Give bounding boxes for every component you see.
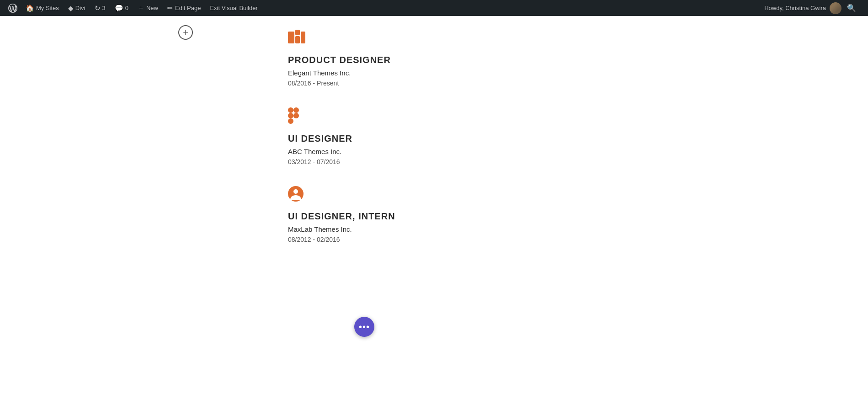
new-menu[interactable]: ＋ New <box>133 0 163 16</box>
comments-count: 0 <box>125 5 128 11</box>
job-title: UI DESIGNER <box>288 133 395 144</box>
comments-menu[interactable]: 💬 0 <box>110 0 133 16</box>
new-icon: ＋ <box>138 4 144 12</box>
experience-item: PRODUCT DESIGNER Elegant Themes Inc. 08/… <box>288 30 395 87</box>
my-sites-label: My Sites <box>36 5 59 11</box>
exit-visual-builder-label: Exit Visual Builder <box>210 5 258 11</box>
admin-bar: 🏠 My Sites ◆ Divi ↻ 3 💬 0 ＋ New ✏ Edit P… <box>0 0 868 16</box>
my-sites-menu[interactable]: 🏠 My Sites <box>21 0 64 16</box>
svg-rect-8 <box>288 118 293 124</box>
divi-menu[interactable]: ◆ Divi <box>64 0 90 16</box>
edit-page-menu[interactable]: ✏ Edit Page <box>163 0 205 16</box>
svg-rect-7 <box>293 113 299 118</box>
svg-rect-1 <box>295 30 300 35</box>
divi-label: Divi <box>75 5 85 11</box>
edit-page-label: Edit Page <box>175 5 201 11</box>
divi-icon: ◆ <box>68 4 74 12</box>
experience-item: UI DESIGNER ABC Themes Inc. 03/2012 - 07… <box>288 107 395 165</box>
svg-rect-6 <box>288 113 293 118</box>
howdy-text: Howdy, Christina Gwira <box>764 5 826 11</box>
admin-bar-right: Howdy, Christina Gwira 🔍 <box>764 2 863 14</box>
experience-list: PRODUCT DESIGNER Elegant Themes Inc. 08/… <box>288 30 395 264</box>
figma-icon <box>288 107 395 126</box>
svg-rect-0 <box>288 32 294 43</box>
svg-rect-5 <box>293 107 299 113</box>
svg-rect-4 <box>288 107 293 113</box>
avatar[interactable] <box>830 2 841 14</box>
updates-menu[interactable]: ↻ 3 <box>90 0 110 16</box>
company-name: Elegant Themes Inc. <box>288 69 395 77</box>
dots-label: ••• <box>359 322 370 332</box>
updates-count: 3 <box>102 5 106 11</box>
palette-icon <box>288 30 395 48</box>
comments-icon: 💬 <box>115 4 123 12</box>
person-icon <box>288 186 395 204</box>
experience-item: UI DESIGNER, INTERN MaxLab Themes Inc. 0… <box>288 186 395 243</box>
add-section-button[interactable]: + <box>178 25 193 40</box>
svg-point-10 <box>293 189 298 194</box>
new-label: New <box>146 5 158 11</box>
wordpress-logo[interactable] <box>5 4 21 13</box>
add-section-container: + <box>178 25 193 40</box>
company-name: MaxLab Themes Inc. <box>288 225 395 233</box>
job-title: PRODUCT DESIGNER <box>288 55 395 65</box>
updates-icon: ↻ <box>95 4 101 12</box>
floating-dots-button[interactable]: ••• <box>354 317 374 337</box>
company-name: ABC Themes Inc. <box>288 148 395 155</box>
search-icon[interactable]: 🔍 <box>843 4 860 12</box>
my-sites-icon: 🏠 <box>26 4 34 12</box>
svg-rect-3 <box>295 36 300 43</box>
job-dates: 08/2012 - 02/2016 <box>288 236 395 243</box>
edit-icon: ✏ <box>167 4 173 12</box>
job-dates: 03/2012 - 07/2016 <box>288 158 395 165</box>
job-title: UI DESIGNER, INTERN <box>288 211 395 222</box>
job-dates: 08/2016 - Present <box>288 80 395 87</box>
page-content: PRODUCT DESIGNER Elegant Themes Inc. 08/… <box>0 16 868 273</box>
svg-rect-2 <box>301 32 305 43</box>
exit-visual-builder-menu[interactable]: Exit Visual Builder <box>205 0 262 16</box>
